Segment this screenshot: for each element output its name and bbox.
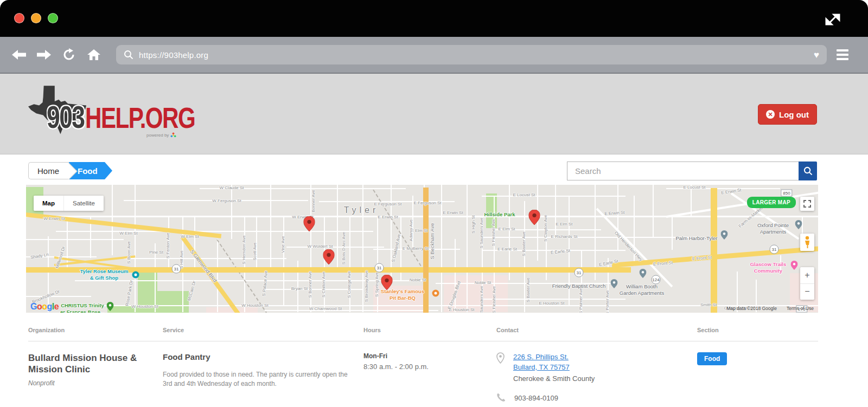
refresh-button[interactable] <box>60 46 78 64</box>
fullscreen-button[interactable] <box>800 197 814 211</box>
breadcrumb: Home Food <box>28 162 112 179</box>
results-table: Organization Service Hours Contact Secti… <box>28 327 818 402</box>
map-type-control: Map Satellite <box>34 196 104 211</box>
minimize-window-button[interactable] <box>31 13 41 23</box>
map-road <box>555 185 556 237</box>
search-icon <box>124 50 133 60</box>
address-link-line2[interactable]: Bullard, TX 75757 <box>513 363 595 373</box>
map-label: W Charnwood St <box>309 306 342 312</box>
forward-button[interactable] <box>35 46 53 64</box>
map-poi-marker-museum[interactable] <box>132 272 139 279</box>
bookmark-heart-icon[interactable]: ♥ <box>814 50 819 60</box>
map-road <box>265 310 438 311</box>
map-label: W Ferguson St <box>212 198 241 204</box>
map-label: E Elm St <box>498 227 515 232</box>
map-label: Vine Ave <box>280 236 286 253</box>
larger-map-button[interactable]: LARGER MAP <box>747 197 796 208</box>
map-label: S Herndon Ave <box>241 235 247 264</box>
map-label: E Richards St <box>551 234 578 240</box>
browser-window: https://903help.org ♥ 903 HELP.ORG power… <box>0 0 868 407</box>
phone-number: 903-894-0109 <box>514 393 558 402</box>
map-road <box>26 239 124 240</box>
map-road <box>135 185 136 312</box>
map-label: Bonner Ave <box>311 190 316 212</box>
map-road <box>482 299 626 300</box>
map-road <box>391 185 392 280</box>
map-zoom-control: + − <box>800 267 814 300</box>
satellite-tab[interactable]: Satellite <box>63 196 104 211</box>
map-label: Friendly Baptist Church <box>552 283 606 289</box>
url-text: https://903help.org <box>139 50 208 60</box>
home-button[interactable] <box>85 46 103 64</box>
menu-icon[interactable] <box>837 49 848 60</box>
map-label: S Baxter Ave <box>526 277 531 302</box>
search-input[interactable] <box>567 161 799 180</box>
map-label: Adams Ave <box>409 219 414 241</box>
map-label: S Fleishel Ave <box>492 286 497 313</box>
powered-by-icon <box>170 132 176 138</box>
service-description: Food provided to those in need. The pant… <box>163 370 348 389</box>
map-label: S Baxter Ave <box>521 231 527 256</box>
map-label: S Clayton Ave <box>543 215 548 242</box>
map-road <box>283 216 284 305</box>
map-label: E Earle St <box>551 248 571 256</box>
logout-button[interactable]: ✕ Log out <box>758 104 817 125</box>
map-attribution: Map data ©2018 Google Terms of Use <box>726 306 814 311</box>
map-poi-marker-hospital[interactable] <box>107 302 114 313</box>
map-poi-marker-oxford-pointe[interactable] <box>795 220 802 231</box>
map-road <box>524 201 525 312</box>
map-road <box>231 185 232 239</box>
col-hours: Hours <box>363 327 496 333</box>
map-road <box>711 188 717 313</box>
window-titlebar <box>0 0 868 37</box>
map-poi-marker-restaurant[interactable] <box>432 290 439 297</box>
map-poi-marker-palm-harbor[interactable] <box>721 230 728 242</box>
map-result-marker[interactable] <box>304 216 315 234</box>
map-road <box>482 196 626 197</box>
map-label: S Bois D Arc Ave <box>341 232 347 264</box>
zoom-in-button[interactable]: + <box>800 267 814 284</box>
google-logo[interactable]: Google <box>30 302 59 312</box>
expand-icon[interactable] <box>825 11 841 28</box>
back-button[interactable] <box>10 46 28 64</box>
col-section: Section <box>697 327 818 333</box>
address-bar[interactable]: https://903help.org ♥ <box>116 45 827 64</box>
map-label: S Spring Ave <box>374 272 380 297</box>
address-link-line1[interactable]: 226 S. Phillips St. <box>513 352 595 363</box>
map-canvas[interactable]: W Claude StE Locust StE Locust StW Fergu… <box>26 185 818 313</box>
map-poi-marker-glascow-trails[interactable] <box>791 261 798 272</box>
map-road <box>194 216 195 272</box>
map-copyright: Map data ©2018 Google <box>726 306 777 311</box>
map-label: Shady Ln <box>30 252 49 261</box>
map-label: Noble St <box>475 280 492 286</box>
map-road-shield: 124 <box>652 275 661 285</box>
zoom-window-button[interactable] <box>48 13 58 23</box>
col-organization: Organization <box>28 327 163 333</box>
map-result-marker[interactable] <box>381 275 393 292</box>
zoom-out-button[interactable]: − <box>800 284 814 300</box>
map-label: E Front St <box>653 260 673 267</box>
table-row: Bullard Mission House & Mission Clinic N… <box>28 341 818 402</box>
search-button[interactable] <box>799 161 817 180</box>
map-label: S High St <box>471 215 476 234</box>
map-poi-marker-church[interactable] <box>611 279 618 290</box>
map-tab[interactable]: Map <box>34 196 63 211</box>
map-label: W Houston St <box>131 304 158 309</box>
map-label: Tyler Rose Museum & Gift Shop <box>80 268 128 282</box>
address-region: Cherokee & Smith County <box>513 374 595 384</box>
map-result-marker[interactable] <box>529 210 540 227</box>
map-label: S Saunders Ave <box>479 286 484 313</box>
map-road <box>26 296 91 297</box>
map-label: S Palace Ave <box>261 270 269 296</box>
terms-of-use-link[interactable]: Terms of Use <box>787 306 814 311</box>
close-window-button[interactable] <box>14 13 24 23</box>
map-poi-marker-william-booth[interactable] <box>640 269 647 280</box>
browser-toolbar: https://903help.org ♥ <box>0 37 868 74</box>
service-name: Food Pantry <box>163 352 363 361</box>
pegman-control[interactable] <box>800 234 814 251</box>
map-result-marker[interactable] <box>323 249 335 267</box>
section-badge[interactable]: Food <box>697 352 727 365</box>
map-road <box>56 231 373 232</box>
search-bar <box>567 161 817 180</box>
breadcrumb-home[interactable]: Home <box>28 162 69 179</box>
